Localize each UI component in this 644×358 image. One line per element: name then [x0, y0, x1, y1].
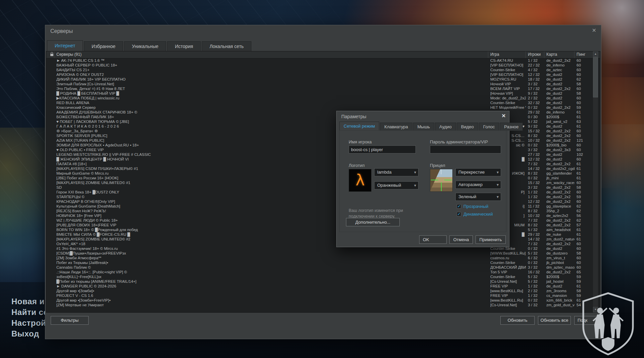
dynamic-checkbox-label[interactable]: Динамический — [463, 212, 493, 217]
table-row[interactable]: AZIA MIX [TURAN PUBLIC]S-CS…10 / 32de_du… — [46, 138, 600, 143]
tab-main-3[interactable]: История — [167, 41, 201, 51]
server-rows: ► AK-74 PUBLIC CS 1.6 ™CS-AK74.RU1 / 32d… — [46, 58, 600, 312]
tab-main-1[interactable]: Избранное — [84, 41, 123, 51]
table-row[interactable]: КРАСНОДАР В ОГНЕ®[Only VIP]12 / 32de_dus… — [46, 199, 600, 204]
refresh-button[interactable]: Обновить — [500, 316, 535, 325]
column-header-game[interactable]: Игра — [488, 51, 526, 58]
table-row[interactable]: АРИЗОНА © ONLY DUST2[VIP БЕСПЛАТНО]12 / … — [46, 72, 600, 77]
table-row[interactable]: █Побег из тюрьмы [ANIME/FREE TRAIL/14+][… — [46, 279, 600, 284]
table-row[interactable]: WZ | ЛУЧШИЕ ЛЮДИ © Public 18+7 / 32de_du… — [46, 218, 600, 223]
table-row[interactable]: Это Паблик, Детка! =) #1 ® Нам 8 ЛЕТВСЕМ… — [46, 86, 600, 91]
tab-dialog-0[interactable]: Сетевой режим — [339, 122, 379, 131]
table-row[interactable]: Элитный Паблик [Cs-Unreal.Net]Ночной VIP… — [46, 82, 600, 86]
tab-main-0[interactable]: Интернет — [47, 40, 83, 51]
table-row[interactable]: ЗОМБИ ДЛЯ ВЗРОСЛЫХ ▪ AgdeDust.RU ▪ 18+si… — [46, 143, 600, 147]
menu-item-new-game[interactable]: Новая иг — [11, 297, 48, 306]
menu-item-find-servers[interactable]: Найти се — [11, 308, 48, 317]
table-row[interactable]: Cannabis Паблик ©ДОНБАССКИЙ ДВИЖ3 / 32dm… — [46, 265, 600, 270]
dynamic-checkbox[interactable]: ✓ — [457, 212, 461, 216]
table-row[interactable]: SPORTIK SERVER [PUBLIC]S-CS…8 / 32de_dus… — [46, 133, 600, 138]
table-row[interactable]: [JBE] Побег из России 16+ [HOOK]0 / 32jb… — [46, 176, 600, 180]
table-row[interactable]: ВМЕСТЕ МЫ СИЛА © █FORCE-CS.RU ██29 / 32d… — [46, 232, 600, 237]
table-row[interactable]: [ZM] Мертвые не Умирают[Cs-Unreal.Net]3 … — [46, 303, 600, 307]
tab-dialog-1[interactable]: Клавиатура — [380, 123, 412, 131]
table-row[interactable]: BORN TO WIN 18+ © █Рожденный для побед5 … — [46, 227, 600, 232]
menu-item-exit[interactable]: Выход — [11, 329, 39, 339]
scroll-up-icon[interactable]: ▲ — [593, 51, 598, 57]
dialog-close-icon[interactable]: ✕ — [501, 113, 506, 119]
translucent-checkbox-label[interactable]: Прозрачный — [463, 204, 488, 209]
table-row[interactable]: [CSDM]█Пушки+Лазеры»зxFREEVIPзx[WWW.Best… — [46, 251, 600, 256]
table-row[interactable]: БАНДИТЫ CS 21+Counter-Strike4 / 32de_azt… — [46, 68, 600, 72]
table-row[interactable]: RED BULL ARENACounter-Strike32 / 32de_du… — [46, 100, 600, 105]
table-row[interactable]: зxBest[KiLL]~Free[KiLL]зxCounter-Strike5… — [46, 274, 600, 279]
tab-dialog-4[interactable]: Видео — [457, 123, 478, 131]
tab-dialog-2[interactable]: Мышь — [413, 123, 434, 131]
cancel-button[interactable]: Отмена — [449, 235, 473, 244]
crosshair-label: Прицел — [430, 163, 445, 168]
scrollbar[interactable]: ▲ ▼ — [593, 51, 598, 312]
column-header-players[interactable]: Игроки — [526, 51, 544, 58]
table-row[interactable]: OxYeH_4iK* +187 / 32de_dust2_2x260 — [46, 241, 600, 246]
logo-color-select[interactable]: Оранжевый — [374, 181, 418, 189]
filters-button[interactable]: Фильтры — [51, 316, 89, 325]
table-row[interactable]: SD3 / 32de_dust2_2x258 — [46, 185, 600, 190]
table-row[interactable]: ► DANGER PUBLIC © 2024-2026FREE VIP1 / 3… — [46, 284, 600, 288]
table-row[interactable]: .::Наши Люди 16+::. [Public+night VIP] ©… — [46, 270, 600, 274]
table-row[interactable]: PROJECT V - CS 1.6FREE VIP1 / 32cs_mansi… — [46, 293, 600, 298]
table-row[interactable]: LEGEND.WESTCSTRIKE.RO || VIP-FREE # CLAS… — [46, 152, 600, 157]
table-row[interactable]: Классический СерверНЕТ Моделей/Free Vip0… — [46, 105, 600, 110]
ok-button[interactable]: OK — [419, 235, 447, 244]
crosshair-bottom-line — [441, 182, 442, 191]
table-row[interactable]: Другой мир ▪[Зомби+FreeVIP]▪[www.BestKiL… — [46, 298, 600, 303]
table-row[interactable]: [REJCS] Взял НоЖ? РеЖЪ!8 / 3235hp_262 — [46, 209, 600, 213]
table-row[interactable]: ▶КЛАССИКА ПОБЕД | winclassic.ruMode: de_… — [46, 96, 600, 100]
tab-main-4[interactable]: Локальная сеть — [202, 41, 251, 51]
table-row[interactable]: [MAXPLAYERS] ZOMBIE UNLIMITED© #115 / 32… — [46, 180, 600, 185]
logo-preview: λ — [349, 169, 371, 192]
apply-button[interactable]: Применить — [476, 235, 506, 244]
advanced-button[interactable]: Дополнительно... — [346, 218, 400, 226]
crosshair-type-select[interactable]: Перекрестие — [455, 168, 501, 176]
table-row[interactable]: Культурный GunGame [DeathMatch]i]11 / 32… — [46, 204, 600, 209]
table-row[interactable]: #1 Это Фастзумчик! 18+ © Mircs.ruCounter… — [46, 246, 600, 251]
table-row[interactable]: Герои XXI Века 18+ █DUST2 ONLYP]1 / 32de… — [46, 190, 600, 194]
admin-password-field[interactable] — [430, 145, 501, 153]
tab-dialog-6[interactable]: Разное — [500, 123, 523, 131]
tab-main-2[interactable]: Уникальные — [124, 41, 166, 51]
menu-item-settings[interactable]: Настрой — [11, 318, 46, 328]
table-row[interactable]: НОВИЧОК 18+ [Free VIP]]10 / 32de_aztec2x… — [46, 213, 600, 218]
logo-select[interactable]: lambda — [374, 168, 418, 176]
crosshair-size-select[interactable]: Авторазмер — [455, 181, 501, 189]
table-row[interactable]: [MAXPLAYERS] ZOMBIE UNLIMITED© #214 / 32… — [46, 237, 600, 241]
table-row[interactable]: █ РОДИНА █ БЕСПЛАТНЫЙ VIP █[Ночная VIP]9… — [46, 91, 600, 96]
table-row[interactable]: ПАЛАТА #8 [18+]7 / 32de_dust2_2x261 — [46, 162, 600, 166]
crosshair-preview — [430, 169, 453, 192]
column-header-ping[interactable]: Пинг — [575, 51, 593, 58]
tab-dialog-3[interactable]: Аудио — [435, 123, 456, 131]
table-row[interactable]: █ ЖЕНСКИЙ ЭПИЦЕНТР █ НОЧНОЙ VI█12 / 32de… — [46, 157, 600, 162]
table-row[interactable]: АКАДЕМИЯ ДУШЕВНЫХ СТАРИЧКОВ 18+ ©29 / 32… — [46, 110, 600, 115]
column-header-map[interactable]: Карта — [544, 51, 575, 58]
table-row[interactable]: Другой мир ▪[Зомби]▪[www.BestKiLL.Ru]2 /… — [46, 288, 600, 293]
table-row[interactable]: ♥ OLD PUBLIC ▪ FREE VIP3 / 32de_dust2_3x… — [46, 147, 600, 152]
column-header-lock[interactable] — [46, 51, 54, 58]
player-name-field[interactable] — [349, 145, 416, 153]
table-row[interactable]: STARПЕРЦЫ ©1 / 32de_dust2_2x259 — [46, 194, 600, 199]
crosshair-color-select[interactable]: Зеленый — [455, 193, 501, 201]
refresh-all-button[interactable]: Обновить все — [538, 316, 571, 325]
translucent-checkbox[interactable]: ✓ — [457, 204, 461, 209]
scrollbar-thumb[interactable] — [593, 57, 598, 97]
table-row[interactable]: ВАЖНЫЙ СЕРВЕР © PUBLIC 18+[VIP БЕСПЛАТНО… — [46, 63, 600, 68]
table-row[interactable]: Побег из Тюрьмы |JailBreak|▪Counter-Stri… — [46, 260, 600, 265]
close-icon[interactable]: ✕ — [592, 28, 596, 34]
table-row[interactable]: БОЖЕСТВЕННЫЙ ПАБЛИК 18+0 / 30$2000$61 — [46, 115, 600, 119]
tab-dialog-5[interactable]: Голос — [479, 123, 499, 131]
table-row[interactable]: [PUB] ДЛЯ СВОИХ 18+|FREE VIPMIUM8 / 32de… — [46, 223, 600, 227]
table-row[interactable]: [MAXPLAYERS] CSDM ПУШКИ+ЛАЗЕРЫ© #114 / 3… — [46, 166, 600, 171]
table-row[interactable]: [ZM] Зомби Атмосфера**csatmos.ru6 / 32zm… — [46, 256, 600, 260]
table-row[interactable]: ► AK-74 PUBLIC CS 1.6 ™CS-AK74.RU1 / 32d… — [46, 58, 600, 63]
column-header-servers[interactable]: Серверы (91) — [54, 51, 488, 58]
table-row[interactable]: ДИКИЙ ПАБЛИК 18+ VIP БЕСПЛАТНОMOZYRCS.RU… — [46, 77, 600, 82]
table-row[interactable]: Мирный GunGame © Mircs.ruИЖОК]8 / 32gg_s… — [46, 171, 600, 176]
